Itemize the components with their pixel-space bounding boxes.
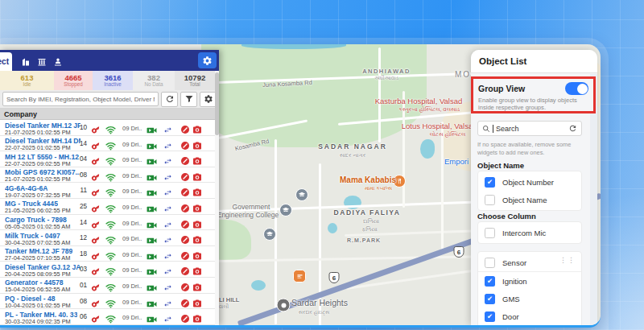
checkbox-row[interactable]: Object Name xyxy=(478,191,581,208)
object-row[interactable]: Cargo Truck - 789805-05-2025 01:02:55 AM… xyxy=(0,215,219,231)
stat-no-data[interactable]: 382No Data xyxy=(133,71,175,90)
key-icon[interactable] xyxy=(91,312,101,322)
key-icon[interactable] xyxy=(91,281,101,291)
tab-object[interactable]: Object xyxy=(0,52,12,71)
sync-icon[interactable] xyxy=(568,124,577,133)
camera-icon[interactable] xyxy=(192,233,202,243)
panel-search-box[interactable]: Search xyxy=(477,121,582,136)
key-icon[interactable] xyxy=(91,218,101,228)
alert-icon[interactable] xyxy=(180,155,190,164)
camera-icon[interactable] xyxy=(192,281,202,291)
key-icon[interactable] xyxy=(91,297,101,307)
alert-icon[interactable] xyxy=(180,186,190,196)
company-tab-icon[interactable] xyxy=(21,56,31,65)
object-row[interactable]: MH 12 LT 5550 - MH.12 JF 7...22-07-2025 … xyxy=(0,151,219,167)
alert-icon[interactable] xyxy=(180,297,190,307)
checkbox-row[interactable]: ✔Door xyxy=(478,307,581,325)
key-icon[interactable] xyxy=(91,233,101,243)
object-row[interactable]: PL - Tanker MH. 40. 3330-03-2024 09:02:3… xyxy=(0,309,219,325)
key-icon[interactable] xyxy=(91,265,101,274)
object-search-input[interactable] xyxy=(2,92,159,106)
key-icon[interactable] xyxy=(91,139,101,149)
swap-icon[interactable] xyxy=(163,250,172,259)
group-view-toggle[interactable] xyxy=(565,82,588,95)
checkbox-unchecked[interactable] xyxy=(485,195,495,205)
video-icon[interactable] xyxy=(147,312,156,322)
video-icon[interactable] xyxy=(147,218,156,228)
swap-icon[interactable] xyxy=(163,281,172,291)
object-row[interactable]: Mobi GPS 6972 KI057...21-07-2025 01:02:5… xyxy=(0,167,219,184)
stat-inactive[interactable]: 3616Inactive xyxy=(93,71,133,90)
key-icon[interactable] xyxy=(91,186,101,196)
camera-icon[interactable] xyxy=(192,155,202,164)
checkbox-row[interactable]: Intercom Mic xyxy=(478,224,581,241)
wifi-icon[interactable] xyxy=(105,250,115,259)
key-icon[interactable] xyxy=(91,123,101,133)
wifi-icon[interactable] xyxy=(105,155,115,164)
checkbox-checked[interactable]: ✔ xyxy=(485,311,495,322)
object-row[interactable]: MG - Truck 444521-05-2025 06:02:55 PM250… xyxy=(0,199,219,215)
refresh-button[interactable] xyxy=(161,92,178,107)
key-icon[interactable] xyxy=(91,250,101,259)
wifi-icon[interactable] xyxy=(105,123,115,133)
checkbox-row[interactable]: Sensor⋮⋮ xyxy=(478,254,581,272)
checkbox-unchecked[interactable] xyxy=(485,228,495,238)
video-icon[interactable] xyxy=(147,123,156,133)
filter-button[interactable] xyxy=(180,92,197,107)
sidebar-scrollbar[interactable] xyxy=(215,71,219,325)
key-icon[interactable] xyxy=(91,202,101,212)
camera-icon[interactable] xyxy=(192,202,202,212)
alert-icon[interactable] xyxy=(180,202,190,212)
sidebar-settings-button[interactable] xyxy=(198,52,217,68)
object-row[interactable]: PQ - Diesel - 4810-04-2025 01:02:55 PM08… xyxy=(0,294,219,310)
swap-icon[interactable] xyxy=(163,171,172,180)
video-icon[interactable] xyxy=(147,250,156,259)
checkbox-row[interactable]: ✔Ignition xyxy=(478,272,581,290)
object-row[interactable]: Diesel Tanker MH.12 JF 7...21-07-2025 01… xyxy=(0,120,219,136)
object-row[interactable]: Generator - 4457815-04-2025 06:52:55 AM0… xyxy=(0,278,219,294)
object-row[interactable]: Diesel Tanker GJ.12 JA..20-04-2025 08:09… xyxy=(0,262,219,278)
camera-icon[interactable] xyxy=(192,186,202,196)
video-icon[interactable] xyxy=(147,233,156,243)
checkbox-row[interactable]: ✔Object Number xyxy=(478,173,581,191)
wifi-icon[interactable] xyxy=(105,218,115,228)
video-icon[interactable] xyxy=(147,265,156,274)
video-icon[interactable] xyxy=(147,297,156,307)
columns-tab-icon[interactable] xyxy=(37,56,47,65)
alert-icon[interactable] xyxy=(180,171,190,180)
stat-total[interactable]: 10792Total xyxy=(175,71,215,90)
swap-icon[interactable] xyxy=(163,139,172,149)
camera-icon[interactable] xyxy=(192,139,202,149)
alert-icon[interactable] xyxy=(180,265,190,274)
swap-icon[interactable] xyxy=(163,297,172,307)
alert-icon[interactable] xyxy=(180,281,190,291)
swap-icon[interactable] xyxy=(163,202,172,212)
video-icon[interactable] xyxy=(147,171,156,180)
swap-icon[interactable] xyxy=(163,312,172,322)
alert-icon[interactable] xyxy=(180,123,190,133)
camera-icon[interactable] xyxy=(192,265,202,274)
wifi-icon[interactable] xyxy=(105,171,115,180)
object-row[interactable]: Milk Truck - 049730-04-2025 07:02:55 AM1… xyxy=(0,230,219,246)
camera-icon[interactable] xyxy=(192,297,202,307)
checkbox-checked[interactable]: ✔ xyxy=(485,276,495,287)
wifi-icon[interactable] xyxy=(105,233,115,243)
object-row[interactable]: Tanker MH.12 JF 78927-04-2025 07:10:55 A… xyxy=(0,246,219,262)
checkbox-checked[interactable]: ✔ xyxy=(485,294,495,304)
camera-icon[interactable] xyxy=(192,312,202,322)
wifi-icon[interactable] xyxy=(105,139,115,149)
wifi-icon[interactable] xyxy=(105,281,115,291)
alert-icon[interactable] xyxy=(180,250,190,259)
wifi-icon[interactable] xyxy=(105,312,115,322)
object-row[interactable]: Diesel Tanker MH.14 DM...22-07-2025 01:0… xyxy=(0,136,219,152)
wifi-icon[interactable] xyxy=(105,202,115,212)
stat-idle[interactable]: 613Idle xyxy=(0,71,54,90)
group-header-company[interactable]: Company xyxy=(0,109,219,120)
swap-icon[interactable] xyxy=(163,186,172,196)
swap-icon[interactable] xyxy=(163,218,172,228)
camera-icon[interactable] xyxy=(192,218,202,228)
wifi-icon[interactable] xyxy=(105,186,115,196)
swap-icon[interactable] xyxy=(163,123,172,133)
alert-icon[interactable] xyxy=(180,218,190,228)
key-icon[interactable] xyxy=(91,155,101,164)
